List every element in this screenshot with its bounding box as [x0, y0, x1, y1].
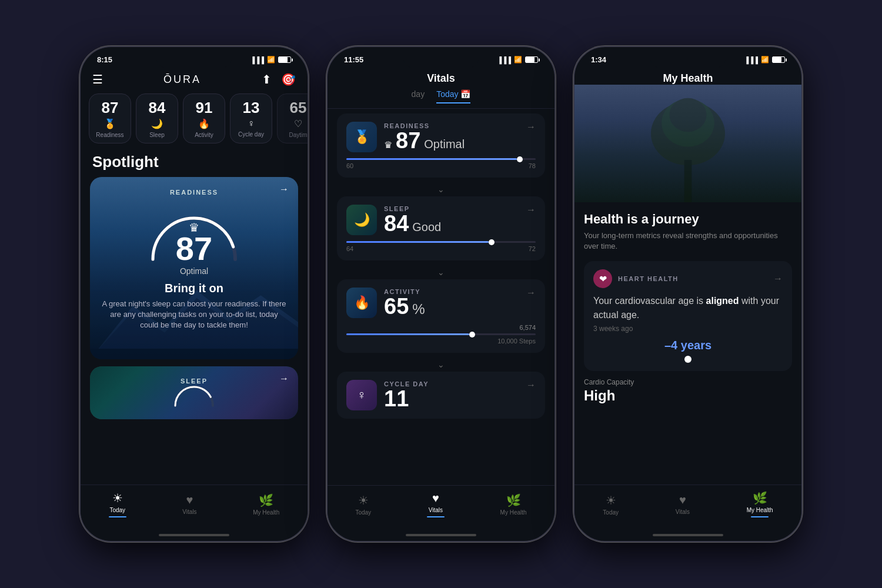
- nav-myhealth-3[interactable]: 🌿 My Health: [747, 491, 773, 517]
- card-arrow[interactable]: →: [279, 184, 289, 195]
- home-indicator-1: [81, 529, 308, 541]
- battery-icon-1: [278, 56, 291, 63]
- nav-vitals-label: Vitals: [182, 509, 196, 515]
- nav-myhealth-1[interactable]: 🌿 My Health: [253, 493, 279, 516]
- sleep-score-row: 84 Good: [384, 212, 441, 235]
- gauge-score: ♛ 87: [176, 220, 212, 265]
- cycle-vital-arrow: →: [526, 380, 536, 390]
- screen-vitals: Vitals day Today 📅 🏅 READINESS ♛: [328, 68, 554, 485]
- vitals-scroll[interactable]: 🏅 READINESS ♛ 87 Optimal →: [328, 109, 554, 485]
- vital-sleep-header: 🌙 SLEEP 84 Good →: [346, 205, 536, 235]
- sleep-slider: 64 72: [346, 241, 536, 252]
- tab-day[interactable]: day: [412, 89, 425, 103]
- readiness-vital-arrow: →: [526, 122, 536, 132]
- readiness-max: 78: [529, 162, 536, 169]
- sleep-gauge-svg: [171, 385, 218, 408]
- heart-time: 3 weeks ago: [593, 325, 783, 333]
- sleep-track: [346, 241, 536, 243]
- activity-pct: %: [412, 301, 425, 318]
- nav-today-2[interactable]: ☀ Today: [355, 493, 371, 516]
- vital-readiness-left: 🏅 READINESS ♛ 87 Optimal: [346, 122, 465, 152]
- score-cycle[interactable]: 13 ♀ Cycle day: [230, 93, 272, 143]
- readiness-card-type: READINESS: [170, 189, 218, 196]
- readiness-card-content: → READINESS ♛ 87 Optimal Bring it on A g…: [90, 177, 298, 359]
- sleep-thumb: [489, 239, 495, 245]
- nav-vitals-label-3: Vitals: [676, 509, 690, 515]
- activity-number: 91: [196, 99, 213, 117]
- target-icon[interactable]: 🎯: [281, 72, 296, 86]
- vital-cycle-left: ♀ CYCLE DAY 11: [346, 380, 429, 410]
- oura-logo: ŌURA: [163, 74, 201, 86]
- wifi-icon-2: 📶: [514, 56, 522, 64]
- score-sleep[interactable]: 84 🌙 Sleep: [136, 93, 178, 143]
- nav-today-label: Today: [109, 507, 125, 513]
- score-daytime[interactable]: 65 ♡ Daytim: [277, 93, 308, 143]
- time-1: 8:15: [97, 55, 112, 64]
- readiness-card[interactable]: → READINESS ♛ 87 Optimal Bring it on A g…: [90, 177, 298, 359]
- activity-slider: 6,574 10,000 Steps: [346, 324, 536, 345]
- nav-today-1[interactable]: ☀ Today: [109, 491, 126, 517]
- signal-icon-2: ▐▐▐: [497, 56, 511, 64]
- activity-vital-score: 65: [384, 295, 409, 318]
- nav-today-3[interactable]: ☀ Today: [603, 493, 619, 516]
- myhealth-icon-3: 🌿: [753, 491, 767, 505]
- cycle-vital-icon: ♀: [357, 387, 367, 403]
- gauge-container: ♛ 87: [141, 201, 247, 265]
- vital-card-readiness[interactable]: 🏅 READINESS ♛ 87 Optimal →: [337, 113, 545, 178]
- heart-health-header: ❤ HEART HEALTH →: [593, 269, 783, 288]
- status-icons-1: ▐▐▐ 📶: [250, 56, 291, 64]
- nav-active-line: [109, 516, 126, 517]
- readiness-labels: 60 78: [346, 162, 536, 169]
- signal-icon-1: ▐▐▐: [250, 56, 264, 64]
- phone-today: 8:15 ▐▐▐ 📶 ☰ ŌURA ⬆ 🎯 87 🏅 Readiness 84 …: [79, 46, 309, 542]
- score-activity[interactable]: 91 🔥 Activity: [183, 93, 225, 143]
- header-actions: ⬆ 🎯: [262, 72, 296, 86]
- sleep-label: Sleep: [149, 132, 165, 138]
- tree-svg: [629, 96, 747, 202]
- today-icon-2: ☀: [358, 493, 369, 507]
- share-icon[interactable]: ⬆: [262, 72, 272, 86]
- cycle-number: 13: [243, 99, 260, 117]
- home-bar-1: [159, 534, 229, 536]
- vital-card-activity[interactable]: 🔥 ACTIVITY 65 % → 6,574: [337, 279, 545, 353]
- activity-thumb: [469, 332, 475, 338]
- sleep-max: 72: [529, 245, 536, 252]
- myhealth-nav-icon: 🌿: [259, 493, 273, 507]
- sleep-card-type: SLEEP: [181, 377, 208, 385]
- myhealth-content: Health is a journey Your long-term metri…: [574, 202, 801, 485]
- nav-vitals-1[interactable]: ♥ Vitals: [182, 493, 196, 515]
- readiness-vital-score: 87: [396, 129, 420, 152]
- sleep-preview-card[interactable]: → SLEEP: [90, 366, 298, 419]
- activity-fill: [346, 333, 469, 335]
- spotlight-title: Spotlight: [81, 151, 308, 177]
- heart-health-card[interactable]: ❤ HEART HEALTH → Your cardiovascular age…: [584, 261, 792, 371]
- nav-vitals-2[interactable]: ♥ Vitals: [427, 492, 445, 517]
- notch-3: [650, 47, 726, 68]
- sleep-card-content: → SLEEP: [90, 366, 298, 419]
- activity-track: [346, 333, 536, 335]
- nav-vitals-3[interactable]: ♥ Vitals: [676, 493, 690, 515]
- sleep-vital-status: Good: [412, 220, 441, 234]
- tab-today[interactable]: Today 📅: [436, 89, 470, 103]
- sleep-min: 64: [346, 245, 353, 252]
- score-readiness[interactable]: 87 🏅 Readiness: [89, 93, 131, 143]
- myhealth-title: My Health: [586, 72, 790, 85]
- nav-active-line-3: [751, 516, 769, 517]
- vital-card-sleep[interactable]: 🌙 SLEEP 84 Good →: [337, 196, 545, 260]
- health-sub: Your long-term metrics reveal strengths …: [584, 230, 792, 252]
- heart-health-label: HEART HEALTH: [618, 275, 679, 282]
- nav-myhealth-label-3: My Health: [747, 507, 773, 513]
- home-bar-3: [653, 534, 723, 536]
- wifi-icon-3: 📶: [761, 56, 769, 64]
- myhealth-icon-2: 🌿: [506, 493, 521, 507]
- notch-2: [403, 47, 479, 68]
- vital-cycle-header: ♀ CYCLE DAY 11 →: [346, 380, 536, 410]
- cycle-score-row: 11: [384, 387, 429, 410]
- sleep-labels: 64 72: [346, 245, 536, 252]
- vital-card-cycle[interactable]: ♀ CYCLE DAY 11 →: [337, 372, 545, 419]
- nav-myhealth-2[interactable]: 🌿 My Health: [500, 493, 527, 516]
- activity-label: Activity: [195, 132, 213, 138]
- svg-point-5: [670, 98, 707, 132]
- sleep-card-arrow[interactable]: →: [279, 373, 289, 384]
- menu-icon[interactable]: ☰: [92, 72, 103, 86]
